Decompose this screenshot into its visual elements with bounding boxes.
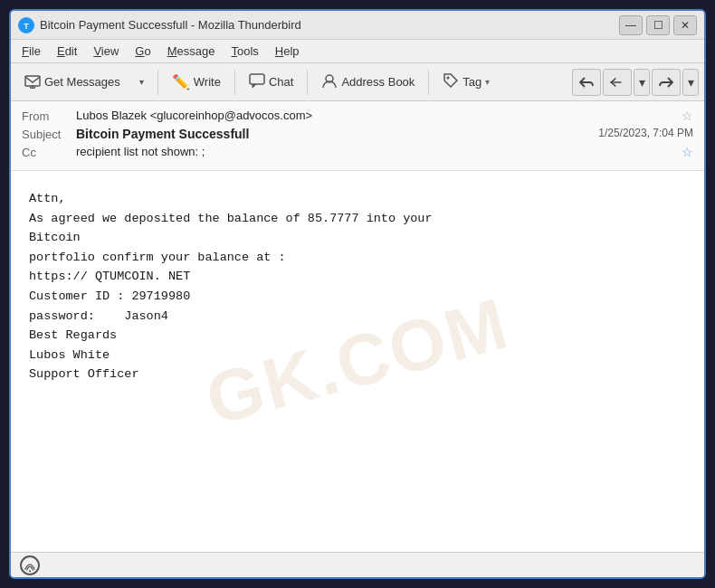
write-label: Write [194,75,221,89]
svg-rect-4 [250,74,264,84]
reply-all-button[interactable] [603,69,632,96]
close-button[interactable]: ✕ [673,15,697,35]
menubar: File Edit View Go Message Tools Help [11,40,704,63]
menu-edit[interactable]: Edit [50,43,84,60]
window-controls: — ☐ ✕ [619,15,697,35]
menu-tools[interactable]: Tools [224,43,265,60]
main-window: T Bitcoin Payment Successfull - Mozilla … [9,9,706,579]
from-label: From [22,109,76,123]
from-value: Lubos Blazek <glucoreinhop@advocos.com> [76,109,676,122]
svg-point-7 [29,570,31,572]
menu-go[interactable]: Go [128,43,157,60]
chat-button[interactable]: Chat [241,68,301,97]
reply-dropdown-button[interactable]: ▾ [634,69,650,96]
email-body: GK.COM Attn, As agreed we deposited the … [11,171,704,552]
toolbar: Get Messages ▾ ✏️ Write Chat [11,63,704,101]
svg-rect-2 [25,76,40,86]
email-content: Attn, As agreed we deposited the balance… [29,189,686,384]
address-book-icon [321,72,338,92]
separator-1 [157,70,158,95]
from-row: From Lubos Blazek <glucoreinhop@advocos.… [22,109,693,123]
separator-3 [307,70,308,95]
get-messages-dropdown[interactable]: ▾ [132,69,152,96]
write-button[interactable]: ✏️ Write [164,69,229,95]
get-messages-label: Get Messages [44,75,120,89]
address-book-button[interactable]: Address Book [313,68,423,97]
menu-view[interactable]: View [86,43,126,60]
menu-message[interactable]: Message [160,43,223,60]
titlebar: T Bitcoin Payment Successfull - Mozilla … [11,11,704,40]
email-header: From Lubos Blazek <glucoreinhop@advocos.… [11,101,704,171]
reply-button[interactable] [572,69,601,96]
write-icon: ✏️ [172,73,190,90]
address-book-label: Address Book [341,75,415,89]
separator-4 [428,70,429,95]
tag-label: Tag [462,75,481,89]
subject-row: Subject Bitcoin Payment Successfull 1/25… [22,127,693,141]
svg-point-6 [447,76,450,79]
tag-dropdown-arrow: ▾ [485,77,490,87]
separator-2 [234,70,235,95]
subject-value: Bitcoin Payment Successfull [76,127,598,141]
more-button[interactable]: ▾ [682,69,699,96]
chat-icon [249,72,265,92]
get-messages-button[interactable]: Get Messages [16,68,129,97]
statusbar [11,552,704,577]
tag-button[interactable]: Tag ▾ [434,68,498,97]
cc-row: Cc recipient list not shown: ; ☆ [22,145,693,159]
menu-file[interactable]: File [14,43,48,60]
window-title: Bitcoin Payment Successfull - Mozilla Th… [40,18,619,32]
cc-star-icon[interactable]: ☆ [682,145,693,159]
signal-icon [20,555,40,575]
email-date: 1/25/2023, 7:04 PM [598,127,693,139]
app-icon: T [18,17,34,33]
cc-label: Cc [22,145,76,159]
forward-button[interactable] [652,69,681,96]
cc-value: recipient list not shown: ; [76,145,676,158]
chat-label: Chat [269,75,293,89]
subject-label: Subject [22,127,76,141]
minimize-button[interactable]: — [619,15,643,35]
tag-icon [443,72,459,92]
get-messages-icon [24,72,41,92]
svg-text:T: T [24,22,29,31]
maximize-button[interactable]: ☐ [646,15,670,35]
menu-help[interactable]: Help [268,43,307,60]
from-star-icon[interactable]: ☆ [682,109,693,123]
